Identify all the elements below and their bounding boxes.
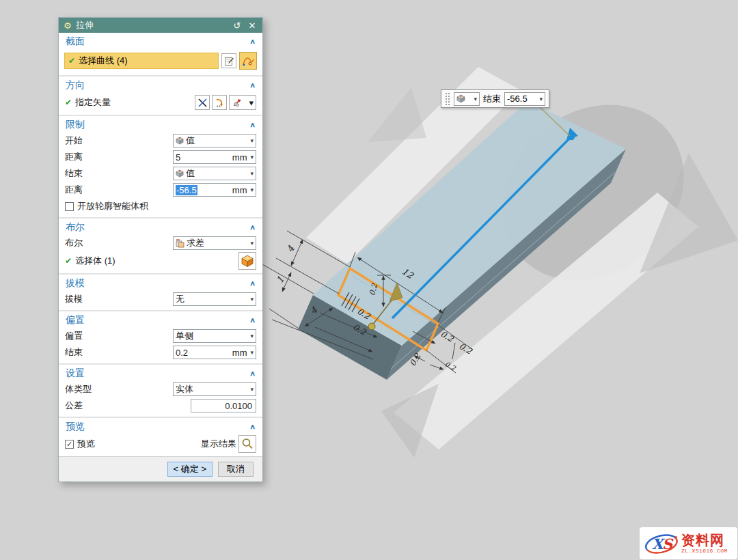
close-icon[interactable]: ✕	[247, 20, 258, 31]
group-settings: 设置 ∧ 体类型 实体 ▾ 公差 0.0100	[59, 363, 262, 417]
offset-header[interactable]: 偏置 ∧	[59, 311, 262, 328]
tolerance-label: 公差	[65, 400, 83, 412]
vector-icon	[232, 97, 243, 108]
group-draft: 拔模 ∧ 拔模 无 ▾	[59, 273, 262, 310]
preview-checkbox[interactable]: ✓	[65, 440, 74, 449]
cube-icon	[176, 169, 184, 178]
group-direction: 方向 ∧ ✔ 指定矢量	[59, 75, 262, 115]
chevron-up-icon[interactable]: ∧	[249, 279, 256, 287]
check-icon: ✔	[65, 256, 72, 266]
reset-icon[interactable]: ↺	[232, 20, 243, 31]
chevron-down-icon: ▾	[250, 240, 254, 247]
watermark-name: 资料网	[681, 533, 728, 547]
select-body-button[interactable]	[238, 252, 256, 270]
start-distance-label: 距离	[65, 151, 83, 163]
chevron-up-icon[interactable]: ∧	[249, 316, 256, 324]
tolerance-input[interactable]: 0.0100	[191, 399, 256, 412]
two-point-vector-icon	[197, 98, 208, 108]
limits-header[interactable]: 限制 ∧	[59, 116, 262, 132]
end-distance-label: 距离	[65, 184, 83, 196]
svg-text:4: 4	[285, 244, 297, 255]
chevron-up-icon[interactable]: ∧	[249, 121, 256, 128]
draft-label: 拔模	[65, 293, 83, 305]
group-section: 截面 ∧ ✔ 选择曲线 (4)	[59, 33, 262, 75]
snap-mode-dropdown[interactable]: ▾	[454, 92, 480, 106]
vector-type-dropdown[interactable]: ▾	[229, 95, 256, 110]
chevron-down-icon: ▾	[250, 154, 254, 160]
section-header[interactable]: 截面 ∧	[59, 33, 262, 49]
end-distance-input[interactable]: -56.5 mm ▾	[173, 183, 256, 197]
offset-end-input[interactable]: 0.2 mm ▾	[173, 346, 256, 359]
boolean-header[interactable]: 布尔 ∧	[59, 219, 262, 235]
magnifier-icon	[241, 438, 254, 450]
check-icon: ✔	[68, 56, 75, 66]
end-distance-input[interactable]: -56.5 ▾	[504, 92, 545, 106]
draft-dropdown[interactable]: 无 ▾	[173, 292, 256, 306]
minibar-end-label: 结束	[483, 93, 501, 105]
direction-header[interactable]: 方向 ∧	[59, 76, 262, 93]
chevron-down-icon: ▾	[250, 170, 254, 177]
onscreen-input-toolbar[interactable]: ▾ 结束 -56.5 ▾	[441, 89, 549, 108]
offset-dropdown[interactable]: 单侧 ▾	[173, 329, 256, 343]
end-label: 结束	[65, 167, 83, 180]
chevron-down-icon: ▾	[250, 349, 254, 356]
boolean-label: 布尔	[65, 237, 83, 249]
offset-label: 偏置	[65, 330, 83, 342]
sketch-section-button[interactable]	[221, 53, 236, 68]
group-offset: 偏置 ∧ 偏置 单侧 ▾ 结束 0.2 mm ▾	[59, 310, 262, 363]
toolbar-grip-handle[interactable]	[445, 92, 450, 105]
select-body-label: 选择体 (1)	[75, 255, 115, 267]
preview-header[interactable]: 预览 ∧	[59, 418, 262, 434]
watermark: X S 资料网 ZL.XS1616.COM	[640, 527, 737, 559]
select-curve-field[interactable]: ✔ 选择曲线 (4)	[64, 53, 219, 69]
watermark-url: ZL.XS1616.COM	[681, 548, 728, 554]
subtract-icon	[176, 239, 184, 248]
cancel-button[interactable]: 取消	[218, 462, 254, 477]
watermark-logo-icon: X S	[643, 529, 680, 558]
end-distance-value: -56.5	[507, 94, 539, 104]
check-icon: ✔	[65, 98, 72, 107]
start-distance-input[interactable]: 5 mm ▾	[173, 150, 256, 164]
two-point-vector-button[interactable]	[195, 95, 210, 110]
specify-vector-label: 指定矢量	[75, 96, 111, 109]
preview-label: 预览	[77, 438, 95, 450]
chevron-up-icon[interactable]: ∧	[249, 81, 256, 89]
svg-text:1: 1	[275, 275, 286, 285]
dialog-titlebar[interactable]: ⚙ 拉伸 ↺ ✕	[59, 18, 262, 33]
inferred-vector-button[interactable]	[212, 95, 227, 110]
cube-icon	[176, 137, 184, 145]
start-type-dropdown[interactable]: 值 ▾	[173, 134, 256, 148]
group-preview: 预览 ∧ ✓ 预览 显示结果	[59, 417, 262, 456]
group-boolean: 布尔 ∧ 布尔 求差 ▾ ✔ 选择体 (1)	[59, 217, 262, 273]
chevron-up-icon[interactable]: ∧	[249, 423, 256, 430]
cube-icon	[456, 94, 465, 103]
sketch-icon	[224, 56, 234, 66]
group-limits: 限制 ∧ 开始 值 ▾ 距离 5	[59, 115, 262, 217]
app-window: 4 1 4 12 0.2 0.2 0.2 0.2 0.2 0.2 0.2 ▾ 结…	[0, 0, 738, 560]
settings-header[interactable]: 设置 ∧	[59, 365, 262, 381]
start-label: 开始	[65, 135, 83, 147]
curve-select-button[interactable]	[239, 52, 257, 70]
offset-end-label: 结束	[65, 346, 83, 359]
show-result-button[interactable]	[238, 435, 256, 453]
dialog-footer: < 确定 > 取消	[59, 456, 262, 481]
open-profile-checkbox[interactable]	[65, 202, 74, 211]
chevron-up-icon[interactable]: ∧	[249, 38, 256, 45]
chevron-down-icon: ▾	[474, 96, 477, 102]
draft-header[interactable]: 拔模 ∧	[59, 275, 262, 291]
chevron-down-icon: ▾	[250, 296, 254, 303]
end-type-dropdown[interactable]: 值 ▾	[173, 167, 256, 180]
boolean-dropdown[interactable]: 求差 ▾	[173, 236, 256, 250]
inferred-vector-icon	[215, 98, 225, 108]
ok-button[interactable]: < 确定 >	[167, 462, 213, 477]
chevron-down-icon: ▾	[539, 96, 543, 102]
solid-body-icon	[241, 254, 254, 268]
gear-icon: ⚙	[64, 20, 72, 31]
chevron-down-icon: ▾	[249, 98, 254, 108]
chevron-down-icon: ▾	[250, 137, 254, 144]
chevron-up-icon[interactable]: ∧	[249, 369, 256, 377]
show-result-label: 显示结果	[201, 438, 236, 450]
body-type-dropdown[interactable]: 实体 ▾	[173, 382, 256, 396]
dialog-title: 拉伸	[76, 19, 228, 31]
chevron-up-icon[interactable]: ∧	[249, 223, 256, 231]
